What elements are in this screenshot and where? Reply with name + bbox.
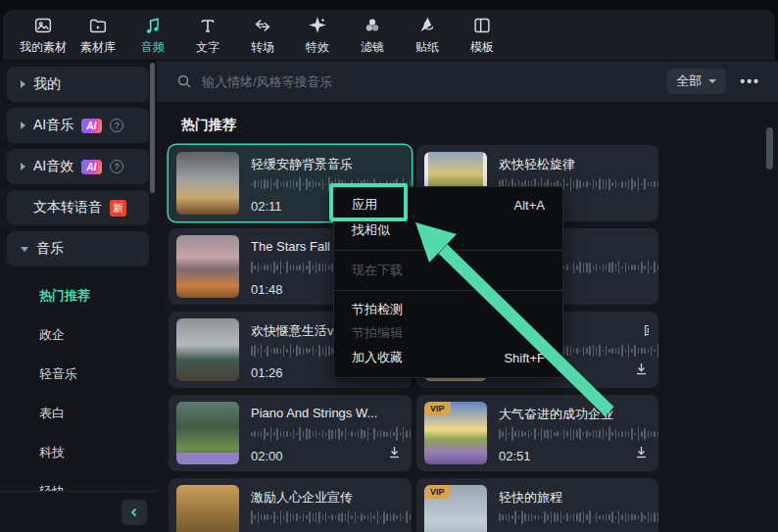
ai-badge: AI	[81, 160, 102, 174]
tab-audio[interactable]: 音频	[125, 15, 180, 56]
menu-item-beat-detect[interactable]: 节拍检测	[334, 298, 562, 321]
tab-label: 我的素材	[20, 39, 67, 56]
sidebar-item-label: 音乐	[36, 240, 64, 258]
music-meta: 轻快的旅程	[499, 478, 649, 532]
tab-my-media[interactable]: 我的素材	[16, 15, 71, 56]
music-title: 激励人心企业宣传	[251, 489, 402, 507]
tab-text[interactable]: 文字	[180, 15, 235, 56]
menu-item-label: 应用	[352, 196, 377, 214]
chevron-right-icon	[21, 80, 25, 88]
music-category[interactable]: 政企	[0, 315, 157, 355]
section-title: 热门推荐	[181, 117, 236, 134]
music-duration: 02:51	[499, 449, 531, 463]
tab-media-library[interactable]: 素材库	[71, 15, 125, 56]
music-title: 回忆	[644, 322, 649, 340]
search-input[interactable]	[202, 74, 656, 89]
music-thumbnail	[176, 402, 239, 464]
music-card[interactable]: VIP 轻快的旅程	[416, 478, 658, 532]
sidebar-item-label: 我的	[33, 75, 61, 93]
sidebar-item-music[interactable]: 音乐	[7, 231, 149, 266]
menu-item-label: 节拍检测	[352, 301, 403, 318]
menu-item-apply[interactable]: 应用 Alt+A	[334, 192, 562, 218]
waveform	[251, 426, 415, 442]
music-thumbnail	[176, 235, 239, 298]
menu-item-label: 节拍编辑	[352, 324, 403, 342]
window-titlebar	[0, 0, 778, 10]
download-icon[interactable]	[387, 445, 402, 463]
music-thumbnail: VIP	[424, 402, 487, 464]
tab-label: 转场	[251, 39, 274, 56]
collapse-sidebar-button[interactable]	[122, 500, 147, 525]
tab-effects[interactable]: 特效	[290, 15, 345, 56]
main-scrollbar[interactable]	[766, 127, 773, 169]
menu-item-find-similar[interactable]: 找相似	[334, 218, 562, 243]
context-menu: 应用 Alt+A 找相似 现在下载 节拍检测 节拍编辑 加入收藏 Shift+F	[333, 186, 563, 378]
chevron-down-icon	[21, 247, 28, 252]
sidebar-item-label: AI音乐	[33, 117, 73, 134]
filter-dropdown[interactable]: 全部	[666, 69, 726, 94]
music-category[interactable]: 热门推荐	[0, 276, 157, 315]
menu-item-beat-edit: 节拍编辑	[334, 321, 562, 345]
music-card-bottom: 02:00	[251, 446, 402, 463]
tab-label: 滤镜	[361, 39, 384, 56]
sidebar-item-label: AI音效	[33, 158, 73, 175]
tab-filters[interactable]: 滤镜	[345, 15, 400, 56]
music-card[interactable]: 激励人心企业宣传	[169, 478, 412, 532]
tab-label: 文字	[196, 39, 219, 56]
music-title: 轻快的旅程	[499, 489, 649, 507]
chevron-left-icon	[128, 507, 140, 518]
music-card-bottom: 02:51	[499, 446, 649, 463]
menu-item-add-favorite[interactable]: 加入收藏 Shift+F	[334, 345, 562, 370]
templates-icon	[471, 15, 493, 36]
help-icon[interactable]: ?	[110, 160, 123, 173]
more-menu-button[interactable]: •••	[736, 73, 764, 89]
tab-transitions[interactable]: 转场	[235, 15, 290, 56]
waveform	[499, 509, 663, 525]
music-duration: 02:11	[251, 199, 282, 214]
music-category-list: 热门推荐 政企 轻音乐 表白 科技 轻快	[0, 276, 157, 511]
menu-divider	[334, 290, 562, 291]
menu-shortcut: Alt+A	[514, 198, 545, 213]
vip-badge: VIP	[424, 402, 451, 415]
menu-item-label: 现在下载	[352, 262, 403, 279]
music-meta: 大气奋进的成功企业 02:51	[499, 395, 649, 471]
help-icon[interactable]: ?	[110, 119, 123, 132]
tab-label: 音频	[141, 39, 165, 56]
music-title: Piano And Strings W...	[251, 406, 402, 420]
music-title: 轻缓安静背景音乐	[251, 156, 402, 173]
music-category[interactable]: 轻音乐	[0, 355, 157, 394]
tab-stickers[interactable]: 贴纸	[400, 15, 455, 56]
sidebar-item-ai-sfx[interactable]: AI音效 AI ?	[7, 149, 149, 184]
music-title: 欢快轻松旋律	[499, 156, 649, 173]
download-icon[interactable]	[634, 445, 649, 463]
sidebar-item-tts[interactable]: 文本转语音 新	[7, 190, 149, 225]
music-card[interactable]: Piano And Strings W... 02:00	[169, 395, 412, 471]
music-title: 大气奋进的成功企业	[499, 406, 649, 423]
music-thumbnail: VIP	[424, 485, 487, 532]
music-thumbnail	[176, 318, 239, 381]
sidebar-scrollbar[interactable]	[150, 63, 155, 193]
waveform	[499, 426, 663, 442]
chevron-right-icon	[21, 121, 25, 129]
sidebar: 我的 AI音乐 AI ? AI音效 AI ? 文本转语音 新 音乐 热门推荐 政…	[0, 61, 157, 532]
waveform	[251, 509, 415, 525]
sidebar-footer	[0, 491, 157, 532]
sidebar-item-mine[interactable]: 我的	[7, 67, 149, 102]
tab-label: 特效	[306, 39, 329, 56]
top-navigation: 我的素材 素材库 音频 文字 转场 特效 滤镜 贴纸 模板	[3, 10, 775, 61]
music-card[interactable]: VIP 大气奋进的成功企业 02:51	[416, 395, 658, 471]
music-category[interactable]: 科技	[0, 433, 157, 472]
music-category[interactable]: 表白	[0, 394, 157, 433]
music-meta: 激励人心企业宣传	[251, 478, 402, 532]
text-icon	[197, 15, 219, 36]
sidebar-item-ai-music[interactable]: AI音乐 AI ?	[7, 108, 149, 143]
music-meta: Piano And Strings W... 02:00	[251, 395, 402, 471]
vip-badge: VIP	[424, 485, 451, 499]
download-icon[interactable]	[634, 362, 649, 380]
filter-label: 全部	[676, 73, 702, 90]
menu-shortcut: Shift+F	[504, 351, 545, 365]
menu-divider	[334, 250, 562, 251]
tab-templates[interactable]: 模板	[455, 15, 510, 56]
effects-icon	[307, 15, 328, 36]
tab-label: 模板	[470, 39, 494, 56]
